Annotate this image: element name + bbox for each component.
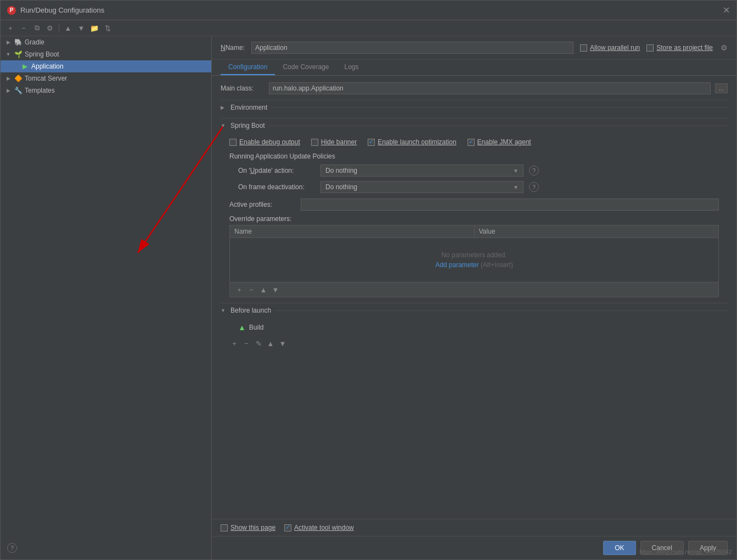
tree-indent-application bbox=[5, 63, 18, 70]
tree-item-application[interactable]: ▶ Application bbox=[1, 60, 211, 72]
browse-main-class-button[interactable]: ... bbox=[715, 83, 728, 93]
store-project-label[interactable]: Store as project file bbox=[646, 44, 713, 52]
activate-window-label[interactable]: Activate tool window bbox=[284, 524, 354, 531]
launch-toolbar: + − ✎ ▲ ▼ bbox=[221, 336, 728, 350]
tree-item-gradle[interactable]: ▶ 🐘 Gradle bbox=[1, 36, 211, 48]
content-area: Main class: ... ▶ Environment ▼ Spring B… bbox=[212, 76, 736, 519]
settings-button[interactable]: ⚙ bbox=[44, 22, 55, 33]
hide-banner-text: Hide banner bbox=[321, 138, 357, 146]
dialog-title: Run/Debug Configurations bbox=[20, 6, 104, 14]
table-add-button[interactable]: + bbox=[234, 285, 244, 295]
app-logo-icon: P bbox=[7, 6, 16, 15]
update-action-help-button[interactable]: ? bbox=[529, 166, 539, 176]
bottom-options: Show this page Activate tool window bbox=[212, 519, 736, 536]
update-action-dropdown[interactable]: Do nothing ▼ bbox=[320, 165, 524, 177]
sort-button[interactable]: ⇅ bbox=[102, 22, 113, 33]
launch-remove-button[interactable]: − bbox=[241, 338, 251, 348]
add-param-row: Add parameter (Alt+Insert) bbox=[435, 261, 513, 269]
tab-code-coverage[interactable]: Code Coverage bbox=[275, 60, 336, 75]
params-col-name-header: Name bbox=[230, 225, 475, 237]
springboot-icon: 🌱 bbox=[14, 50, 22, 59]
tree-toggle-gradle[interactable]: ▶ bbox=[5, 39, 12, 46]
tree-item-springboot[interactable]: ▼ 🌱 Spring Boot bbox=[1, 48, 211, 60]
launch-move-down-button[interactable]: ▼ bbox=[278, 338, 288, 348]
allow-parallel-checkbox[interactable] bbox=[580, 44, 587, 52]
application-icon: ▶ bbox=[20, 62, 29, 71]
show-page-label[interactable]: Show this page bbox=[221, 524, 275, 531]
main-class-input[interactable] bbox=[269, 82, 711, 94]
springboot-section-header[interactable]: ▼ Spring Boot bbox=[221, 118, 728, 132]
enable-debug-text: Enable debug output bbox=[239, 138, 300, 146]
main-class-row: Main class: ... bbox=[221, 82, 728, 94]
activate-window-checkbox[interactable] bbox=[284, 524, 291, 531]
enable-jmx-checkbox[interactable] bbox=[468, 139, 475, 146]
enable-launch-text: Enable launch optimization bbox=[378, 138, 456, 146]
environment-section-header[interactable]: ▶ Environment bbox=[221, 100, 728, 114]
tomcat-label: Tomcat Server bbox=[25, 75, 67, 82]
tabs-row: Configuration Code Coverage Logs bbox=[212, 60, 736, 76]
before-launch-title: Before launch bbox=[230, 307, 271, 314]
enable-debug-label[interactable]: Enable debug output bbox=[229, 138, 300, 146]
title-bar: P Run/Debug Configurations ✕ bbox=[1, 1, 736, 20]
add-param-link[interactable]: Add parameter bbox=[435, 261, 479, 269]
move-up-button[interactable]: ▲ bbox=[63, 22, 74, 33]
move-down-button[interactable]: ▼ bbox=[76, 22, 87, 33]
params-col-value-header: Value bbox=[475, 225, 719, 237]
watermark: https://blog.csdn.net/qq_44839042 bbox=[639, 548, 732, 555]
tab-configuration[interactable]: Configuration bbox=[221, 60, 275, 75]
copy-config-button[interactable]: ⧉ bbox=[31, 22, 42, 33]
bottom-buttons: OK Cancel Apply bbox=[212, 536, 736, 559]
active-profiles-input[interactable] bbox=[301, 199, 719, 211]
enable-debug-checkbox[interactable] bbox=[229, 139, 237, 146]
tree-item-templates[interactable]: ▶ 🔧 Templates bbox=[1, 84, 211, 97]
tree-toggle-springboot[interactable]: ▼ bbox=[5, 51, 12, 58]
params-body: No parameters added. Add parameter (Alt+… bbox=[230, 238, 718, 282]
frame-deactivation-dropdown[interactable]: Do nothing ▼ bbox=[320, 181, 524, 193]
help-button[interactable]: ? bbox=[7, 543, 17, 553]
name-label: NName: bbox=[221, 44, 245, 52]
close-button[interactable]: ✕ bbox=[723, 5, 730, 15]
before-launch-toggle-icon: ▼ bbox=[221, 308, 227, 313]
store-project-checkbox[interactable] bbox=[646, 44, 654, 52]
before-launch-header[interactable]: ▼ Before launch bbox=[221, 303, 728, 316]
springboot-section-title: Spring Boot bbox=[230, 122, 265, 129]
enable-jmx-label[interactable]: Enable JMX agent bbox=[468, 138, 531, 146]
launch-add-button[interactable]: + bbox=[229, 338, 239, 348]
templates-label: Templates bbox=[25, 87, 55, 94]
name-input[interactable] bbox=[251, 42, 573, 54]
springboot-checkboxes-row: Enable debug output Hide banner Enable l… bbox=[221, 136, 728, 150]
tree-toggle-tomcat[interactable]: ▶ bbox=[5, 75, 12, 82]
store-gear-icon[interactable]: ⚙ bbox=[721, 43, 728, 52]
tree-item-tomcat[interactable]: ▶ 🔶 Tomcat Server bbox=[1, 72, 211, 84]
store-project-text: Store as project file bbox=[656, 44, 713, 52]
hide-banner-label[interactable]: Hide banner bbox=[311, 138, 357, 146]
remove-config-button[interactable]: − bbox=[18, 22, 29, 33]
table-move-down-button[interactable]: ▼ bbox=[271, 285, 280, 295]
before-launch-section: ▼ Before launch ▲ Build + − ✎ ▲ ▼ bbox=[221, 303, 728, 350]
tab-logs[interactable]: Logs bbox=[336, 60, 366, 75]
name-row: NName: Allow parallel run Store as proje… bbox=[212, 36, 736, 60]
launch-edit-button[interactable]: ✎ bbox=[254, 338, 263, 348]
gradle-label: Gradle bbox=[25, 38, 44, 46]
folder-button[interactable]: 📁 bbox=[89, 22, 100, 33]
frame-deactivation-help-button[interactable]: ? bbox=[529, 182, 539, 192]
add-config-button[interactable]: + bbox=[5, 22, 16, 33]
ok-button[interactable]: OK bbox=[603, 541, 635, 555]
springboot-section: ▼ Spring Boot Enable debug output Hide b… bbox=[221, 118, 728, 193]
frame-deactivation-row: On frame deactivation: Do nothing ▼ ? bbox=[238, 181, 719, 193]
show-page-checkbox[interactable] bbox=[221, 524, 228, 531]
enable-launch-label[interactable]: Enable launch optimization bbox=[368, 138, 456, 146]
environment-section-title: Environment bbox=[230, 104, 267, 111]
toolbar-separator-1 bbox=[59, 24, 59, 32]
allow-parallel-label[interactable]: Allow parallel run bbox=[580, 44, 640, 52]
hide-banner-checkbox[interactable] bbox=[311, 139, 318, 146]
toolbar: + − ⧉ ⚙ ▲ ▼ 📁 ⇅ bbox=[1, 20, 736, 36]
update-action-label: On 'Update' action: bbox=[238, 167, 315, 174]
launch-move-up-button[interactable]: ▲ bbox=[266, 338, 275, 348]
table-remove-button[interactable]: − bbox=[246, 285, 256, 295]
table-move-up-button[interactable]: ▲ bbox=[258, 285, 268, 295]
enable-launch-checkbox[interactable] bbox=[368, 139, 375, 146]
main-class-label: Main class: bbox=[221, 84, 265, 92]
tree-toggle-templates[interactable]: ▶ bbox=[5, 87, 12, 94]
active-profiles-label: Active profiles: bbox=[229, 201, 295, 208]
